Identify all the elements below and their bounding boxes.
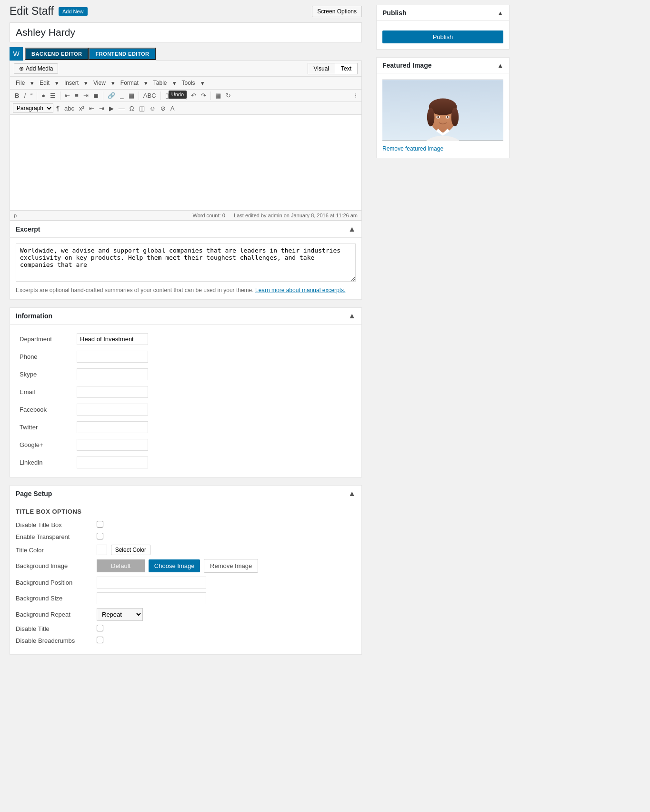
redo-button[interactable]: ↷	[199, 91, 208, 100]
indent-button[interactable]: ¶	[54, 104, 61, 113]
disable-breadcrumbs-checkbox[interactable]	[97, 637, 103, 643]
paragraph-select[interactable]: Paragraph Heading 1 Heading 2 Heading 3	[13, 103, 53, 113]
align-right-button[interactable]: ⇥	[81, 91, 90, 100]
publish-header[interactable]: Publish ▲	[377, 5, 509, 21]
refresh-button[interactable]: ↻	[224, 91, 233, 100]
title-color-label: Title Color	[16, 547, 97, 554]
strikethrough-button[interactable]: abc	[62, 104, 76, 113]
align-justify-button[interactable]: ≣	[91, 91, 100, 100]
undo-button[interactable]: ↶	[189, 91, 198, 100]
menu-tools[interactable]: Tools	[180, 79, 197, 87]
twitter-input[interactable]	[77, 421, 148, 433]
more-button[interactable]: ▦	[127, 91, 136, 100]
disable-title-box-label: Disable Title Box	[16, 521, 97, 528]
select-color-button[interactable]: Select Color	[111, 545, 150, 555]
color-button[interactable]: A Undo	[169, 104, 177, 113]
background-position-field[interactable]	[97, 577, 206, 589]
table-row: Email	[16, 383, 356, 401]
text-tab[interactable]: Text	[335, 63, 357, 74]
excerpt-header[interactable]: Excerpt ▲	[10, 221, 361, 238]
featured-image-header[interactable]: Featured Image ▲	[377, 58, 509, 73]
menu-edit[interactable]: Edit	[38, 79, 51, 87]
dept-input[interactable]	[77, 333, 148, 345]
background-size-field[interactable]	[97, 592, 206, 604]
clear-format-button[interactable]: ⊘	[159, 104, 168, 113]
remove-image-button[interactable]: Remove Image	[204, 559, 258, 573]
menu-file[interactable]: File	[14, 79, 27, 87]
background-repeat-select[interactable]: Repeat No Repeat Repeat-X Repeat-Y	[97, 608, 143, 621]
publish-button[interactable]: Publish	[382, 30, 503, 43]
publish-body: Publish	[377, 21, 509, 49]
frontend-editor-tab[interactable]: FRONTEND EDITOR	[89, 48, 156, 60]
facebook-value	[73, 401, 356, 418]
editor-toolbar-2: Paragraph Heading 1 Heading 2 Heading 3 …	[10, 102, 361, 115]
special-char-button[interactable]: Ω	[128, 104, 136, 113]
align-left-button[interactable]: ⇤	[63, 91, 72, 100]
title-color-row: Title Color Select Color	[16, 545, 356, 555]
table-row: Department	[16, 330, 356, 348]
editor-body[interactable]	[10, 115, 361, 210]
image-button[interactable]: ▶	[107, 104, 116, 113]
excerpt-textarea[interactable]: Worldwide, we advise and support global …	[16, 244, 356, 282]
information-toggle-icon: ▲	[348, 312, 356, 320]
menu-table[interactable]: Table	[151, 79, 169, 87]
excerpt-learn-more-link[interactable]: Learn more about manual excerpts.	[255, 287, 345, 294]
bg-default-button[interactable]: Default	[97, 559, 145, 572]
enable-transparent-row: Enable Transparent	[16, 533, 356, 541]
twitter-value	[73, 418, 356, 436]
toolbar-separator-4	[139, 91, 139, 100]
unlink-button[interactable]: ⎯	[118, 91, 126, 100]
grid-button[interactable]: ▦	[213, 91, 223, 100]
table-row: Linkedin	[16, 454, 356, 471]
menu-format[interactable]: Format	[119, 79, 140, 87]
bold-button[interactable]: B	[13, 91, 21, 100]
disable-breadcrumbs-input	[97, 637, 356, 645]
post-title-input[interactable]	[10, 22, 362, 42]
indent2-button[interactable]: ⇥	[97, 104, 106, 113]
enable-transparent-checkbox[interactable]	[97, 533, 103, 539]
phone-input[interactable]	[77, 351, 148, 363]
outdent-button[interactable]: ⇤	[87, 104, 96, 113]
italic-button[interactable]: I	[22, 91, 28, 100]
disable-title-box-checkbox[interactable]	[97, 521, 103, 528]
ul-button[interactable]: ●	[40, 91, 47, 100]
choose-image-button[interactable]: Choose Image	[149, 559, 200, 572]
editor-tabs-bar: W BACKEND EDITOR FRONTEND EDITOR	[10, 47, 362, 61]
information-metabox: Information ▲ Department Phone Skype	[10, 307, 362, 477]
visual-text-tabs: Visual Text	[308, 63, 358, 74]
skype-input[interactable]	[77, 368, 148, 380]
visual-tab[interactable]: Visual	[308, 63, 335, 74]
email-input[interactable]	[77, 386, 148, 398]
sidebar: Publish ▲ Publish Featured Image ▲	[371, 0, 514, 812]
smiley-button[interactable]: ☺	[148, 104, 158, 113]
subscript-button[interactable]: x²	[77, 104, 86, 113]
background-repeat-input: Repeat No Repeat Repeat-X Repeat-Y	[97, 608, 356, 621]
remove-featured-image-link[interactable]: Remove featured image	[382, 145, 503, 152]
background-image-row: Background Image Default Choose Image Re…	[16, 559, 356, 573]
page-setup-header[interactable]: Page Setup ▲	[10, 486, 361, 502]
screen-options-button[interactable]: Screen Options	[312, 6, 362, 17]
add-new-button[interactable]: Add New	[59, 7, 88, 16]
title-box-options-heading: TITLE BOX OPTIONS	[16, 508, 356, 515]
ol-button[interactable]: ☰	[48, 91, 58, 100]
editor-footer: p Word count: 0 Last edited by admin on …	[10, 210, 361, 220]
disable-title-checkbox[interactable]	[97, 625, 103, 631]
toolbar-separator-2	[60, 91, 60, 100]
hr2-button[interactable]: ―	[117, 104, 127, 113]
spellcheck-button[interactable]: ABC	[141, 91, 158, 100]
fullscreen-button[interactable]: ⁝	[353, 91, 359, 100]
svg-point-11	[437, 116, 439, 118]
page-setup-toggle-icon: ▲	[348, 489, 356, 498]
facebook-input[interactable]	[77, 404, 148, 416]
menu-insert[interactable]: Insert	[62, 79, 80, 87]
menu-view[interactable]: View	[91, 79, 108, 87]
blockquote-button[interactable]: “	[29, 91, 34, 100]
backend-editor-tab[interactable]: BACKEND EDITOR	[25, 48, 89, 60]
add-media-button[interactable]: Add Media	[14, 63, 58, 74]
linkedin-input[interactable]	[77, 457, 148, 468]
information-header[interactable]: Information ▲	[10, 308, 361, 325]
googleplus-input[interactable]	[77, 439, 148, 451]
link-button[interactable]: 🔗	[106, 91, 117, 100]
align-center-button[interactable]: ≡	[73, 91, 80, 100]
columns-button[interactable]: ◫	[137, 104, 147, 113]
